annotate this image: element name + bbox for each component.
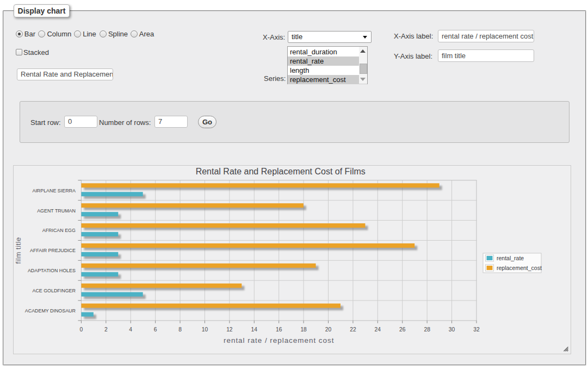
svg-text:AGENT TRUMAN: AGENT TRUMAN [37,208,76,214]
svg-text:rental_rate: rental_rate [497,255,524,261]
svg-text:replacement_cost: replacement_cost [497,265,542,271]
svg-text:12: 12 [226,327,233,333]
svg-text:10: 10 [202,327,208,333]
svg-text:AFFAIR PREJUDICE: AFFAIR PREJUDICE [30,248,76,253]
svg-text:30: 30 [449,327,455,333]
svg-text:14: 14 [251,327,258,333]
svg-text:film title: film title [14,237,22,264]
svg-text:2: 2 [104,327,108,333]
svg-text:AIRPLANE SIERRA: AIRPLANE SIERRA [32,188,75,193]
svg-text:8: 8 [178,327,182,333]
svg-text:rental rate / replacement cost: rental rate / replacement cost [224,336,334,344]
svg-text:24: 24 [375,327,381,333]
svg-text:26: 26 [399,327,406,333]
svg-text:28: 28 [424,327,430,333]
svg-text:AFRICAN EGG: AFRICAN EGG [42,228,76,233]
svg-text:16: 16 [276,327,282,333]
svg-text:6: 6 [154,327,157,333]
svg-text:20: 20 [325,327,332,333]
svg-text:Rental Rate and Replacement Co: Rental Rate and Replacement Cost of Film… [196,167,366,176]
svg-text:ACE GOLDFINGER: ACE GOLDFINGER [32,288,75,293]
svg-text:ADAPTATION HOLES: ADAPTATION HOLES [28,268,76,273]
svg-text:22: 22 [350,327,356,333]
svg-text:32: 32 [473,327,480,333]
svg-text:ACADEMY DINOSAUR: ACADEMY DINOSAUR [25,308,76,313]
svg-text:4: 4 [129,327,132,333]
svg-text:0: 0 [80,327,83,333]
svg-text:18: 18 [300,327,307,333]
